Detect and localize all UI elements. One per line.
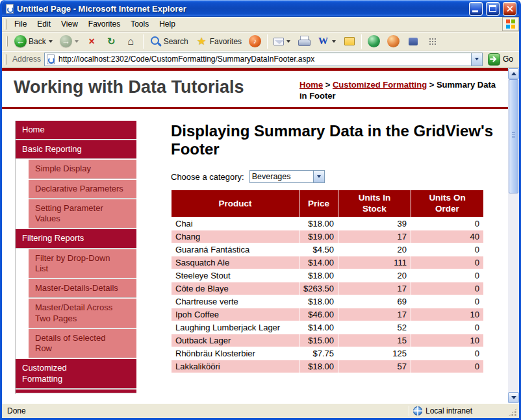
- sidebar-item-customized-formatting[interactable]: Customized Formatting: [16, 359, 136, 389]
- menu-file[interactable]: File: [9, 18, 32, 31]
- sidebar-item-simple-display[interactable]: Simple Display: [29, 160, 136, 179]
- menu-view[interactable]: View: [56, 18, 83, 31]
- refresh-button[interactable]: ↻: [102, 33, 121, 49]
- cell-value: 17: [338, 308, 411, 321]
- sidebar-item-setting-parameter-values[interactable]: Setting Parameter Values: [29, 199, 136, 229]
- messenger-button[interactable]: [364, 33, 383, 49]
- close-button[interactable]: [503, 2, 516, 16]
- breadcrumb-link-home[interactable]: Home: [299, 80, 323, 90]
- masthead: Working with Data Tutorials Home > Custo…: [2, 71, 508, 109]
- select-chevron-down-icon[interactable]: [313, 171, 324, 182]
- scroll-up-button[interactable]: [508, 68, 519, 79]
- back-button-label: Back: [29, 37, 46, 46]
- breadcrumb-link-customized-formatting[interactable]: Customized Formatting: [333, 80, 427, 90]
- page-body: HomeBasic ReportingSimple DisplayDeclara…: [2, 109, 508, 394]
- go-button[interactable]: Go: [486, 53, 515, 66]
- search-button-label: Search: [164, 37, 188, 46]
- cell-value: $46.00: [299, 308, 338, 321]
- scrollbar-track[interactable]: [508, 79, 519, 392]
- toolbar-separator: [143, 34, 144, 49]
- toolbar-separator: [267, 34, 268, 49]
- back-button[interactable]: ←Back: [11, 33, 56, 49]
- cell-product: Sasquatch Ale: [172, 256, 299, 269]
- cell-value: 57: [338, 360, 411, 373]
- cell-value: 15: [338, 334, 411, 347]
- browser-window: Untitled Page - Microsoft Internet Explo…: [0, 0, 521, 420]
- zone-label: Local intranet: [426, 406, 472, 415]
- address-input[interactable]: [57, 54, 468, 64]
- table-row: Outback Lager$15.001510: [172, 334, 484, 347]
- scrollbar-thumb[interactable]: [509, 79, 518, 193]
- sidebar-item-master-detail-across-two-pages[interactable]: Master/Detail Across Two Pages: [29, 299, 136, 328]
- sidebar-item-basic-reporting[interactable]: Basic Reporting: [16, 140, 136, 159]
- stop-button[interactable]: ×: [83, 33, 101, 49]
- table-row: Lakkalikööri$18.00570: [172, 360, 484, 373]
- links-button[interactable]: [423, 33, 442, 49]
- back-icon: ←: [14, 35, 27, 47]
- home-button[interactable]: ⌂: [121, 33, 140, 49]
- sidebar-item-filtering-reports[interactable]: Filtering Reports: [16, 229, 136, 248]
- search-button[interactable]: Search: [146, 33, 192, 49]
- toolbar-grip[interactable]: [6, 36, 8, 47]
- discuss-button[interactable]: [340, 33, 359, 49]
- page-heading: Displaying Summary Data in the GridView'…: [171, 122, 496, 159]
- favorites-button[interactable]: ★Favorites: [192, 33, 245, 49]
- sidebar-item-partial[interactable]: [16, 389, 136, 393]
- addressbar-grip[interactable]: [5, 54, 6, 65]
- column-header-units-on-order: Units On Order: [411, 190, 484, 217]
- cell-value: $18.00: [299, 217, 338, 230]
- menu-tools[interactable]: Tools: [125, 18, 154, 31]
- forward-icon: →: [60, 35, 72, 47]
- table-row: Rhönbräu Klosterbier$7.751250: [172, 347, 484, 360]
- menu-edit[interactable]: Edit: [32, 18, 56, 31]
- table-row: Ipoh Coffee$46.001710: [172, 308, 484, 321]
- sidebar-item-details-of-selected-row[interactable]: Details of Selected Row: [29, 329, 136, 359]
- resize-grip[interactable]: [508, 408, 517, 417]
- media-icon: ♪: [249, 35, 261, 47]
- category-select[interactable]: Beverages: [249, 170, 325, 183]
- research-button[interactable]: [403, 33, 422, 49]
- maximize-button[interactable]: [486, 2, 500, 16]
- cell-value: $18.00: [299, 269, 338, 282]
- cell-value: 125: [338, 347, 411, 360]
- sidebar-item-master-details-details[interactable]: Master-Details-Details: [29, 279, 136, 298]
- category-select-value: Beverages: [250, 172, 313, 181]
- edit-icon: W: [317, 35, 329, 47]
- cell-product: Chartreuse verte: [172, 295, 299, 308]
- address-field[interactable]: [44, 53, 483, 66]
- cell-value: $7.75: [299, 347, 338, 360]
- grid-icon: [426, 35, 438, 47]
- contacts-button[interactable]: [384, 33, 403, 49]
- cell-value: $18.00: [299, 295, 338, 308]
- minimize-button[interactable]: [469, 2, 483, 16]
- print-button[interactable]: [294, 33, 313, 49]
- cell-product: Lakkalikööri: [172, 360, 299, 373]
- status-text: Done: [7, 406, 405, 415]
- cell-value: 20: [338, 243, 411, 256]
- scroll-down-button[interactable]: [508, 392, 519, 403]
- vertical-scrollbar[interactable]: [508, 68, 519, 403]
- refresh-icon: ↻: [105, 35, 118, 47]
- edit-button[interactable]: W: [314, 33, 339, 49]
- cell-value: 10: [411, 334, 484, 347]
- sidebar-item-filter-by-drop-down-list[interactable]: Filter by Drop-Down List: [29, 249, 136, 279]
- cell-value: 17: [338, 282, 411, 295]
- menubar-grip[interactable]: [5, 19, 6, 30]
- main-content: Displaying Summary Data in the GridView'…: [136, 121, 508, 394]
- address-dropdown-button[interactable]: [471, 53, 482, 66]
- mail-button[interactable]: [270, 36, 294, 47]
- sidebar-item-declarative-parameters[interactable]: Declarative Parameters: [29, 180, 136, 199]
- title-bar[interactable]: Untitled Page - Microsoft Internet Explo…: [2, 0, 519, 17]
- menu-help[interactable]: Help: [154, 18, 181, 31]
- forward-button[interactable]: →: [57, 33, 82, 49]
- sidebar-item-home[interactable]: Home: [16, 121, 136, 140]
- media-button[interactable]: ♪: [246, 33, 264, 49]
- discuss-icon: [343, 35, 355, 47]
- cell-value: $14.00: [299, 321, 338, 334]
- mail-dropdown-icon: [286, 40, 290, 43]
- print-icon: [298, 35, 310, 47]
- menu-favorites[interactable]: Favorites: [83, 18, 125, 31]
- category-label: Choose a category:: [171, 172, 244, 182]
- cell-value: 0: [411, 243, 484, 256]
- cell-value: 0: [411, 295, 484, 308]
